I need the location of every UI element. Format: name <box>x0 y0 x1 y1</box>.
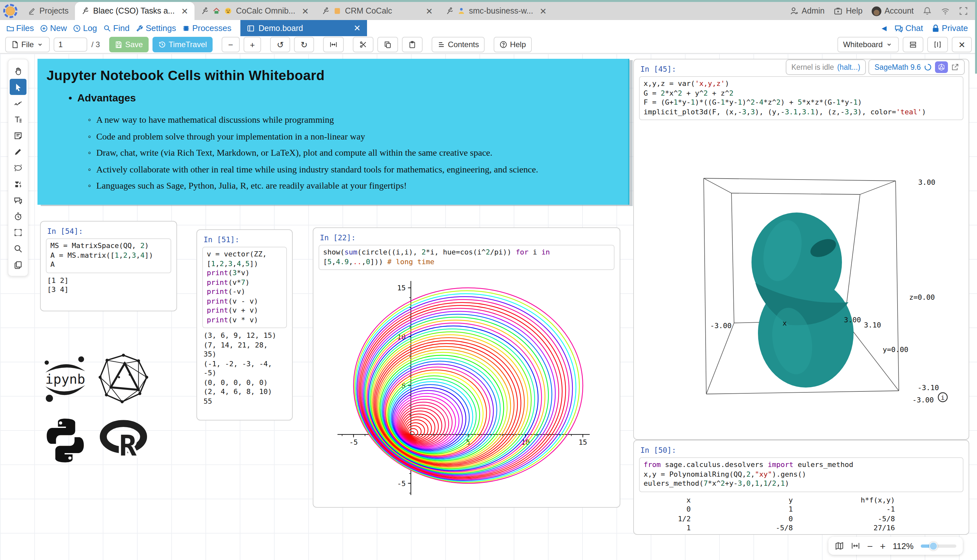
tool-palette <box>8 59 28 277</box>
note-bullet: Code and problem solve through your impl… <box>88 128 628 145</box>
tab-projects[interactable]: Projects <box>21 2 75 20</box>
copy-button[interactable] <box>377 37 398 52</box>
whiteboard-canvas[interactable]: Jupyter Notebook Cells within Whiteboard… <box>0 53 977 560</box>
tab-label: CoCalc Omnib... <box>236 7 295 15</box>
folder-icon <box>7 24 14 32</box>
zoom-slider[interactable] <box>921 544 956 547</box>
zoom-in-button[interactable]: + <box>243 37 262 52</box>
sticky-note[interactable]: Jupyter Notebook Cells within Whiteboard… <box>37 59 629 205</box>
halt-link[interactable]: (halt...) <box>837 63 860 71</box>
bell-icon[interactable] <box>923 7 932 15</box>
undo-button[interactable]: ↺ <box>270 37 290 52</box>
map-icon[interactable] <box>835 541 844 550</box>
account-button[interactable]: Account <box>872 6 914 16</box>
nav-settings[interactable]: Settings <box>136 23 176 33</box>
icons-tool[interactable] <box>10 176 27 192</box>
svg-text:-5: -5 <box>397 480 406 488</box>
close-icon[interactable]: ✕ <box>302 6 309 16</box>
nav-log[interactable]: Log <box>73 23 97 33</box>
cell-label: In [54]: <box>47 227 177 236</box>
cell-in22[interactable]: In [22]: show(sum(circle((i,i), 2*i, hue… <box>313 227 620 508</box>
close-icon[interactable]: ✕ <box>181 6 188 16</box>
kernel-status: Kernel is idle (halt...) <box>786 60 866 75</box>
pan-tool[interactable] <box>10 63 27 79</box>
file-menu-button[interactable]: File <box>5 37 50 52</box>
svg-text:y=0.00: y=0.00 <box>883 345 908 353</box>
polytope-logo[interactable] <box>98 353 148 404</box>
help-button[interactable]: Help <box>834 7 862 15</box>
timetravel-button[interactable]: TimeTravel <box>152 37 213 52</box>
tab-label: Blaec (CSO) Tasks a... <box>93 7 175 15</box>
help-button-toolbar[interactable]: Help <box>494 37 532 52</box>
ipynb-logo[interactable]: ipynb <box>39 353 92 406</box>
close-icon[interactable]: ✕ <box>354 23 361 33</box>
pen-tool[interactable] <box>10 143 27 160</box>
chat-button[interactable]: Chat <box>894 23 923 33</box>
fit-width-icon[interactable] <box>851 541 860 550</box>
frame-type-dropdown[interactable]: Whiteboard <box>837 37 899 52</box>
file-tab-demo-board[interactable]: Demo.board ✕ <box>240 20 367 36</box>
paste-button[interactable] <box>402 37 423 52</box>
chat-tool[interactable] <box>10 192 27 208</box>
tab-smc-business[interactable]: smc-business-w... ✕ <box>439 2 553 20</box>
close-frame-button[interactable]: ✕ <box>952 37 972 52</box>
nav-files[interactable]: Files <box>7 23 34 33</box>
wifi-icon[interactable] <box>941 7 950 15</box>
fullscreen-icon[interactable] <box>959 7 968 15</box>
tab-blaec-tasks[interactable]: Blaec (CSO) Tasks a... ✕ <box>75 2 195 20</box>
cell-in50[interactable]: In [50]: from sage.calculus.desolvers im… <box>633 440 969 535</box>
private-button[interactable]: Private <box>931 23 968 33</box>
cell-label: In [51]: <box>203 235 292 244</box>
zoom-out-icon[interactable]: − <box>867 540 873 551</box>
nav-new[interactable]: New <box>40 23 67 33</box>
close-icon[interactable]: ✕ <box>426 6 433 16</box>
external-link-icon[interactable] <box>951 63 959 71</box>
nav-processes[interactable]: Processes <box>183 23 231 33</box>
select-tool[interactable] <box>10 79 27 95</box>
nav-find[interactable]: Find <box>103 23 130 33</box>
file-icon <box>11 41 19 48</box>
r-logo[interactable]: R <box>98 414 148 464</box>
frame-tool[interactable] <box>10 224 27 240</box>
jupyter-cell-tool[interactable] <box>10 160 27 176</box>
code-input[interactable]: MS = MatrixSpace(QQ, 2)A = MS.matrix([1,… <box>46 238 171 273</box>
admin-button[interactable]: Admin <box>789 7 825 15</box>
cut-button[interactable] <box>353 37 373 52</box>
tab-cocalc-omnib[interactable]: CoCalc Omnib... ✕ <box>195 2 315 20</box>
cell-in45[interactable]: In [45]: Kernel is idle (halt...) SageMa… <box>633 59 969 440</box>
tab-crm-cocalc[interactable]: CRM CoCalc ✕ <box>315 2 439 20</box>
fit-width-button[interactable] <box>323 37 344 52</box>
page-number-input[interactable] <box>54 37 88 52</box>
split-horizontal-button[interactable] <box>903 37 924 52</box>
cell-in54[interactable]: In [54]: MS = MatrixSpace(QQ, 2)A = MS.m… <box>40 221 177 311</box>
code-input[interactable]: show(sum(circle((i,i), 2*i, hue=cos(i^2/… <box>318 245 615 270</box>
timer-tool[interactable] <box>10 208 27 224</box>
zoom-out-button[interactable]: − <box>222 37 239 52</box>
text-tool[interactable] <box>10 111 27 127</box>
whiteboard-icon <box>247 24 255 32</box>
info-icon[interactable]: i <box>938 393 947 402</box>
redo-button[interactable]: ↻ <box>294 37 314 52</box>
note-tool[interactable] <box>10 127 27 143</box>
close-icon[interactable]: ✕ <box>540 6 547 16</box>
code-input[interactable]: x,y,z = var('x,y,z')G = 2*x^2 + y^2 + z^… <box>639 76 964 120</box>
cocalc-logo-icon[interactable] <box>3 4 17 18</box>
zoom-percent: 112% <box>893 541 914 551</box>
split-vertical-button[interactable] <box>927 37 948 52</box>
cell-in51[interactable]: In [51]: v = vector(ZZ,[1,2,3,4,5])print… <box>197 229 293 420</box>
python-logo[interactable] <box>39 414 92 467</box>
contents-button[interactable]: Contents <box>432 37 485 52</box>
sage-icosahedron-button[interactable] <box>935 62 948 73</box>
zoom-controls: − + 112% <box>829 537 963 555</box>
kernel-select[interactable]: SageMath 9.6 <box>869 60 965 75</box>
code-input[interactable]: from sage.calculus.desolvers import eule… <box>639 457 964 492</box>
edge-tool[interactable] <box>10 95 27 111</box>
search-tool[interactable] <box>10 240 27 257</box>
page-count: / 3 <box>92 40 100 49</box>
pages-tool[interactable] <box>10 257 27 273</box>
code-input[interactable]: v = vector(ZZ,[1,2,3,4,5])print(3*v)prin… <box>202 247 287 328</box>
zoom-in-icon[interactable]: + <box>880 540 886 551</box>
save-button[interactable]: Save <box>109 37 148 52</box>
collapse-caret-icon[interactable]: ◀ <box>882 25 887 32</box>
nav-right: ◀ Chat Private <box>882 23 977 33</box>
